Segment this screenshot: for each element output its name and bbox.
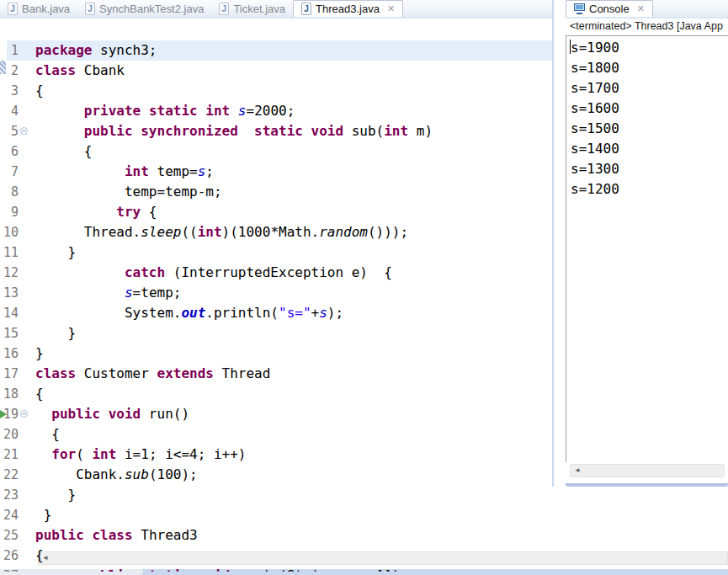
code-line-9[interactable]: try { <box>35 202 552 222</box>
tab-synchbanktest2-java[interactable]: J SynchBankTest2.java <box>77 0 211 17</box>
line-number: 13 <box>0 283 19 303</box>
line-number: 9 <box>0 202 19 222</box>
code-line-7[interactable]: int temp=s; <box>35 162 552 182</box>
console-line: s=1500 <box>571 119 728 139</box>
console-line: s=1400 <box>571 139 728 159</box>
line-number: 2 <box>0 61 19 81</box>
line-number: 16 <box>0 343 19 364</box>
java-file-icon: J <box>8 3 18 15</box>
line-number: 18 <box>0 384 19 404</box>
tab-console[interactable]: Console ✕ <box>566 0 653 17</box>
line-number: 10 <box>0 222 19 242</box>
fold-collapse-icon[interactable] <box>20 127 28 135</box>
code-line-1[interactable]: package synch3; <box>35 40 552 61</box>
code-line-24[interactable]: } <box>35 505 552 525</box>
code-line-10[interactable]: Thread.sleep((int)(1000*Math.random())); <box>35 222 552 242</box>
scroll-left-icon[interactable]: ◄ <box>571 464 581 477</box>
console-line: s=1800 <box>571 58 728 78</box>
code-lines[interactable]: package synch3;class Cbank{ private stat… <box>35 40 552 572</box>
line-number: 25 <box>0 525 19 546</box>
line-number: 26 <box>0 546 19 566</box>
console-line: s=1900 <box>571 38 728 58</box>
code-line-13[interactable]: s=temp; <box>35 283 552 303</box>
line-number: 4 <box>0 101 19 121</box>
line-number: 3 <box>0 81 19 101</box>
code-line-21[interactable]: for( int i=1; i<=4; i++) <box>35 445 552 465</box>
console-output-lines: s=1900s=1800s=1700s=1600s=1500s=1400s=13… <box>566 36 728 200</box>
line-number: 5 <box>0 121 19 141</box>
code-line-22[interactable]: Cbank.sub(100); <box>35 465 552 485</box>
code-line-3[interactable]: { <box>35 81 552 101</box>
console-line: s=1300 <box>571 159 728 179</box>
java-file-icon: J <box>219 3 229 15</box>
line-number: 15 <box>0 323 19 343</box>
line-number: 20 <box>0 424 19 445</box>
tab-ticket-java[interactable]: J Ticket.java <box>211 0 293 17</box>
line-number: 23 <box>0 485 19 505</box>
tab-label: SynchBankTest2.java <box>99 3 204 15</box>
line-number: 22 <box>0 465 19 485</box>
code-line-12[interactable]: catch (InterruptedException e) { <box>35 263 552 283</box>
line-number: 6 <box>0 141 19 162</box>
tab-bank-java[interactable]: J Bank.java <box>0 0 77 17</box>
line-number: 21 <box>0 445 19 465</box>
line-number: 14 <box>0 303 19 323</box>
console-tabbar: Console ✕ <box>566 0 728 19</box>
console-line: s=1600 <box>571 98 728 119</box>
code-line-17[interactable]: class Customer extends Thread <box>35 364 552 384</box>
console-line: s=1700 <box>571 78 728 98</box>
code-line-2[interactable]: class Cbank <box>35 61 552 81</box>
code-line-11[interactable]: } <box>35 242 552 263</box>
line-number: 24 <box>0 505 19 525</box>
line-number: 7 <box>0 162 19 182</box>
close-icon[interactable]: ✕ <box>637 3 645 14</box>
line-number: 19 <box>0 404 19 424</box>
code-line-6[interactable]: { <box>35 141 552 162</box>
code-line-14[interactable]: System.out.println("s="+s); <box>35 303 552 323</box>
code-line-5[interactable]: public synchronized static void sub(int … <box>35 121 552 141</box>
eclipse-window: J Bank.java J SynchBankTest2.java J Tick… <box>0 0 728 575</box>
tab-label: Console <box>589 3 630 15</box>
console-status: <terminated> Thread3 [Java App <box>566 20 728 35</box>
code-line-27[interactable]: public static void main(String args[]) <box>35 566 552 572</box>
console-horizontal-scrollbar[interactable]: ◄ <box>570 464 725 477</box>
java-file-icon: J <box>85 3 95 15</box>
console-bottom-border <box>566 483 728 487</box>
editor-console-divider[interactable] <box>552 0 554 487</box>
text-caret <box>570 40 571 54</box>
code-line-26[interactable]: { <box>35 546 552 566</box>
line-number: 27 <box>0 566 19 572</box>
console-icon <box>574 3 585 14</box>
code-line-4[interactable]: private static int s=2000; <box>35 101 552 121</box>
code-line-19[interactable]: public void run() <box>35 404 552 424</box>
editor-tabbar: J Bank.java J SynchBankTest2.java J Tick… <box>0 0 552 19</box>
fold-collapse-icon[interactable] <box>20 410 28 418</box>
tab-label: Ticket.java <box>233 3 285 15</box>
line-number: 8 <box>0 182 19 202</box>
code-line-15[interactable]: } <box>35 323 552 343</box>
console-line: s=1200 <box>571 179 728 200</box>
line-number: 1 <box>0 40 19 61</box>
tab-thread3-java[interactable]: J Thread3.java ✕ <box>293 0 403 17</box>
code-line-25[interactable]: public class Thread3 <box>35 525 552 546</box>
code-line-20[interactable]: { <box>35 424 552 445</box>
line-number: 11 <box>0 242 19 263</box>
close-icon[interactable]: ✕ <box>387 3 395 14</box>
code-line-23[interactable]: } <box>35 485 552 505</box>
code-editor: 1234567891011121314151617181920212223242… <box>0 20 552 551</box>
code-line-8[interactable]: temp=temp-m; <box>35 182 552 202</box>
line-number: 12 <box>0 263 19 283</box>
console-output[interactable]: s=1900s=1800s=1700s=1600s=1500s=1400s=13… <box>566 35 728 462</box>
gutter[interactable]: 1234567891011121314151617181920212223242… <box>0 40 34 572</box>
code-line-18[interactable]: { <box>35 384 552 404</box>
tab-label: Bank.java <box>22 3 70 15</box>
line-number: 17 <box>0 364 19 384</box>
code-line-16[interactable]: } <box>35 343 552 364</box>
tab-label: Thread3.java <box>316 3 380 15</box>
java-file-icon: J <box>301 3 311 15</box>
